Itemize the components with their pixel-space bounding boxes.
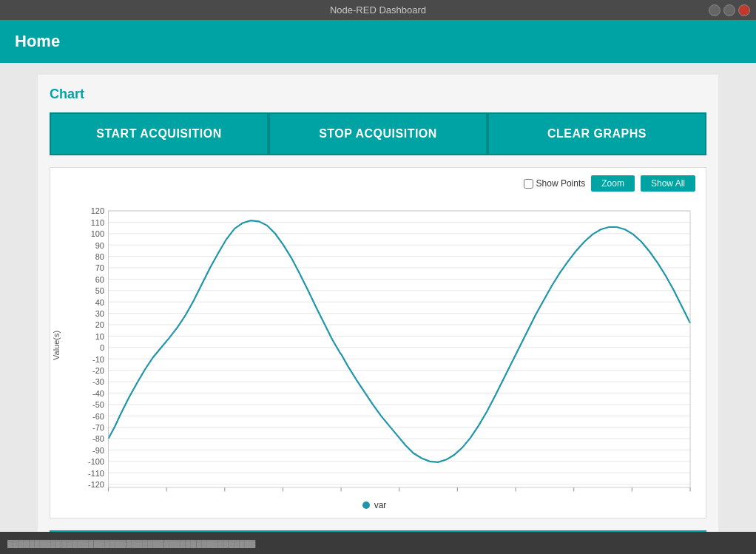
show-points-checkbox[interactable] <box>524 179 533 189</box>
svg-text:128: 128 <box>509 495 522 496</box>
chart-line <box>109 220 691 462</box>
svg-text:-90: -90 <box>92 446 104 455</box>
bottom-bar-text: ▓▓▓▓▓▓▓▓▓▓▓▓▓▓▓▓▓▓▓▓▓▓▓▓▓▓▓▓▓▓▓▓▓▓▓▓▓▓▓▓… <box>7 539 255 547</box>
y-axis-label: Value(s) <box>50 195 64 496</box>
svg-text:-110: -110 <box>88 469 104 478</box>
svg-text:100: 100 <box>91 229 104 238</box>
legend-label: var <box>374 500 387 510</box>
header: Home <box>0 20 756 63</box>
bottom-bar: ▓▓▓▓▓▓▓▓▓▓▓▓▓▓▓▓▓▓▓▓▓▓▓▓▓▓▓▓▓▓▓▓▓▓▓▓▓▓▓▓… <box>0 532 756 554</box>
show-points-label[interactable]: Show Points <box>524 178 586 189</box>
svg-text:10: 10 <box>95 332 104 341</box>
svg-text:-50: -50 <box>92 400 104 409</box>
clear-graphs-button[interactable]: CLEAR GRAPHS <box>487 112 706 155</box>
svg-text:122: 122 <box>160 495 173 496</box>
svg-text:126: 126 <box>393 495 406 496</box>
svg-text:129: 129 <box>567 495 581 496</box>
stop-acquisition-button[interactable]: STOP ACQUISITION <box>269 112 487 155</box>
svg-text:-120: -120 <box>88 480 104 489</box>
chart-controls: Show Points Zoom Show All <box>50 175 698 192</box>
svg-text:110: 110 <box>91 218 104 227</box>
chart-container: Show Points Zoom Show All Value(s) <box>50 167 706 518</box>
show-all-button[interactable]: Show All <box>641 175 695 192</box>
zoom-button[interactable]: Zoom <box>591 175 635 192</box>
svg-text:124: 124 <box>276 495 289 496</box>
title-bar: Node-RED Dashboard <box>0 0 756 20</box>
chart-svg: 120 110 100 90 80 70 60 50 40 30 20 10 0… <box>64 195 698 496</box>
svg-text:-20: -20 <box>92 366 104 375</box>
page-title: Home <box>15 32 60 50</box>
button-row: START ACQUISITION STOP ACQUISITION CLEAR… <box>50 112 706 155</box>
chart-legend: var <box>50 500 698 510</box>
svg-text:131: 131 <box>684 495 697 496</box>
svg-text:90: 90 <box>95 241 104 250</box>
main-content: Chart START ACQUISITION STOP ACQUISITION… <box>38 75 718 554</box>
svg-text:125: 125 <box>334 495 348 496</box>
svg-text:0: 0 <box>100 343 104 352</box>
window-controls <box>709 4 750 16</box>
svg-text:20: 20 <box>95 320 104 329</box>
svg-text:130: 130 <box>625 495 638 496</box>
svg-text:50: 50 <box>95 286 104 295</box>
app-title: Node-RED Dashboard <box>330 4 426 16</box>
legend-dot <box>362 501 370 509</box>
svg-text:-30: -30 <box>92 377 104 386</box>
svg-text:40: 40 <box>95 298 104 307</box>
svg-text:123: 123 <box>218 495 232 496</box>
chart-inner: 120 110 100 90 80 70 60 50 40 30 20 10 0… <box>64 195 698 496</box>
chart-area: Value(s) <box>50 195 698 496</box>
svg-text:30: 30 <box>95 309 104 318</box>
svg-text:-80: -80 <box>92 434 104 443</box>
chart-section-label: Chart <box>50 87 706 102</box>
start-acquisition-button[interactable]: START ACQUISITION <box>50 112 269 155</box>
svg-text:120: 120 <box>91 206 104 215</box>
svg-text:121: 121 <box>101 495 115 496</box>
svg-rect-73 <box>109 211 691 487</box>
svg-text:80: 80 <box>95 252 104 261</box>
svg-text:-10: -10 <box>92 355 104 364</box>
svg-text:-40: -40 <box>92 389 104 398</box>
svg-text:-60: -60 <box>92 412 104 421</box>
svg-text:60: 60 <box>95 275 104 284</box>
svg-text:-100: -100 <box>88 457 104 466</box>
svg-text:127: 127 <box>450 495 464 496</box>
minimize-button[interactable] <box>709 4 720 16</box>
svg-text:70: 70 <box>95 263 104 272</box>
svg-text:-70: -70 <box>92 423 104 432</box>
maximize-button[interactable] <box>723 4 735 16</box>
close-button[interactable] <box>738 4 750 16</box>
